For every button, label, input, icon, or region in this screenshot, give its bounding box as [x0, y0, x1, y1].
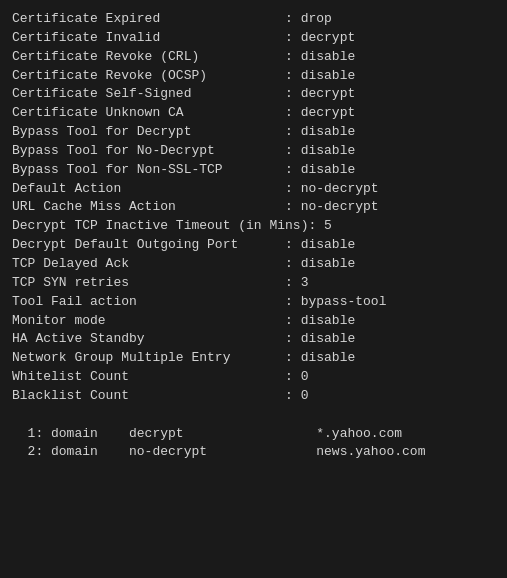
setting-row: Certificate Unknown CA : decrypt: [12, 104, 495, 123]
setting-row: Decrypt Default Outgoing Port : disable: [12, 236, 495, 255]
setting-row: Whitelist Count : 0: [12, 368, 495, 387]
setting-row: Certificate Self-Signed : decrypt: [12, 85, 495, 104]
setting-row: Blacklist Count : 0: [12, 387, 495, 406]
terminal-container: Certificate Expired : dropCertificate In…: [12, 10, 495, 481]
setting-row: Certificate Revoke (CRL) : disable: [12, 48, 495, 67]
setting-row: Monitor mode : disable: [12, 312, 495, 331]
setting-row: Bypass Tool for Decrypt : disable: [12, 123, 495, 142]
setting-row: HA Active Standby : disable: [12, 330, 495, 349]
table-row: 2: domain no-decrypt news.yahoo.com: [12, 443, 495, 462]
setting-row: Bypass Tool for Non-SSL-TCP : disable: [12, 161, 495, 180]
empty-line-2: [12, 462, 495, 481]
setting-row: TCP Delayed Ack : disable: [12, 255, 495, 274]
setting-row: Certificate Revoke (OCSP) : disable: [12, 67, 495, 86]
setting-row: Network Group Multiple Entry : disable: [12, 349, 495, 368]
setting-row: Decrypt TCP Inactive Timeout (in Mins): …: [12, 217, 495, 236]
empty-line-1: [12, 406, 495, 425]
settings-list: Certificate Expired : dropCertificate In…: [12, 10, 495, 406]
setting-row: TCP SYN retries : 3: [12, 274, 495, 293]
setting-row: Bypass Tool for No-Decrypt : disable: [12, 142, 495, 161]
setting-row: Certificate Invalid : decrypt: [12, 29, 495, 48]
table-rows: 1: domain decrypt *.yahoo.com 2: domain …: [12, 425, 495, 463]
setting-row: Tool Fail action : bypass-tool: [12, 293, 495, 312]
table-row: 1: domain decrypt *.yahoo.com: [12, 425, 495, 444]
setting-row: Default Action : no-decrypt: [12, 180, 495, 199]
setting-row: URL Cache Miss Action : no-decrypt: [12, 198, 495, 217]
setting-row: Certificate Expired : drop: [12, 10, 495, 29]
